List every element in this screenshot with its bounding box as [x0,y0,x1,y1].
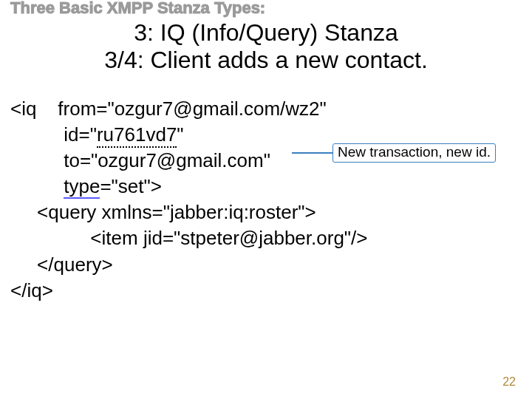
slide: Three Basic XMPP Stanza Types: 3: IQ (In… [0,0,532,399]
id-value-underlined: ru761vd7 [97,123,177,148]
callout-connector-line [292,152,332,154]
slide-title: 3: IQ (Info/Query) Stanza 3/4: Client ad… [0,19,532,74]
code-line-1: <iq from="ozgur7@gmail.com/wz2" [10,96,367,122]
code-line-4: type="set"> [10,174,367,200]
attr-xmlns: xmlns [102,201,152,223]
title-line-1: 3: IQ (Info/Query) Stanza [134,19,398,46]
section-header: Three Basic XMPP Stanza Types: [10,0,265,18]
attr-from: from [58,98,96,120]
attr-jid: jid [143,227,163,249]
callout-text-box: New transaction, new id. [332,143,496,163]
callout-annotation: New transaction, new id. [292,143,496,163]
code-line-5: <query xmlns="jabber:iq:roster"> [10,200,367,225]
attr-to: to [64,149,80,171]
title-line-2: 3/4: Client adds a new contact. [104,47,428,73]
page-number: 22 [502,375,516,389]
code-line-7: </query> [10,252,367,278]
code-example: <iq from="ozgur7@gmail.com/wz2" id="ru76… [10,96,367,304]
code-line-6: <item jid="stpeter@jabber.org"/> [10,225,367,251]
attr-id: id [64,123,78,146]
attr-type-underlined: type [64,175,100,199]
code-line-8: </iq> [10,278,367,304]
